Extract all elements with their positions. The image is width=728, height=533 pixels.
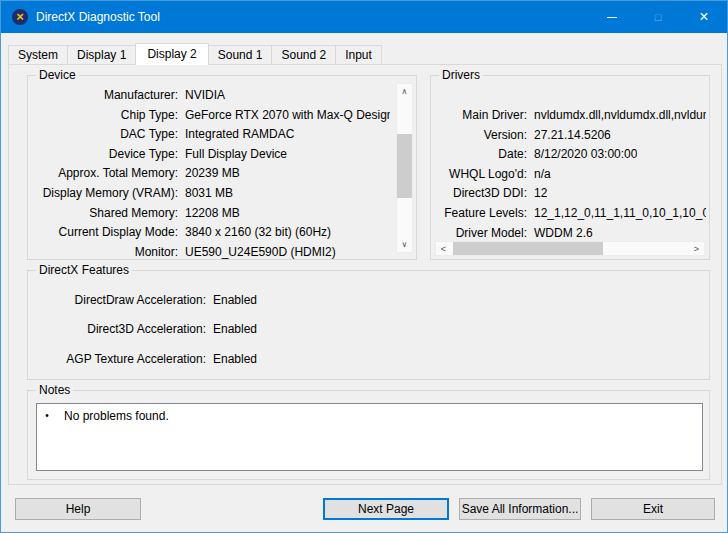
tab-sound-1[interactable]: Sound 1 <box>208 45 273 64</box>
drivers-info-list: Main Driver:nvldumdx.dll,nvldumdx.dll,nv… <box>433 108 706 245</box>
feature-row: AGP Texture Acceleration:Enabled <box>30 352 701 381</box>
dxdiag-app-icon: × <box>12 9 28 25</box>
next-page-button[interactable]: Next Page <box>323 498 449 520</box>
tab-display-1[interactable]: Display 1 <box>67 45 136 64</box>
tab-input[interactable]: Input <box>335 45 382 64</box>
drivers-horizontal-scrollbar[interactable]: < > <box>435 241 705 256</box>
maximize-button[interactable]: □ <box>635 1 681 33</box>
exit-button[interactable]: Exit <box>591 498 715 520</box>
scrollbar-track[interactable] <box>451 242 689 255</box>
close-icon: × <box>699 8 708 26</box>
device-row: Manufacturer:NVIDIA <box>30 88 390 108</box>
feature-row: DirectDraw Acceleration:Enabled <box>30 293 701 322</box>
device-row: Chip Type:GeForce RTX 2070 with Max-Q De… <box>30 108 390 128</box>
dxdiag-window: × DirectX Diagnostic Tool □ × System Dis… <box>0 0 728 533</box>
driver-row: Date:8/12/2020 03:00:00 <box>433 147 706 167</box>
scroll-down-icon[interactable]: ∨ <box>397 237 412 252</box>
driver-row: Version:27.21.14.5206 <box>433 128 706 148</box>
scrollbar-thumb[interactable] <box>453 242 603 255</box>
note-text: No problems found. <box>64 409 169 423</box>
device-row: Approx. Total Memory:20239 MB <box>30 166 390 186</box>
directx-features-group-title: DirectX Features <box>36 263 132 277</box>
device-group-title: Device <box>36 68 79 82</box>
device-row: Device Type:Full Display Device <box>30 147 390 167</box>
directx-features-group: DirectX Features DirectDraw Acceleration… <box>27 270 710 380</box>
save-all-information-button[interactable]: Save All Information... <box>459 498 581 520</box>
drivers-group: Drivers Main Driver:nvldumdx.dll,nvldumd… <box>430 75 710 260</box>
device-row: Display Memory (VRAM):8031 MB <box>30 186 390 206</box>
device-row: Current Display Mode:3840 x 2160 (32 bit… <box>30 225 390 245</box>
feature-row: Direct3D Acceleration:Enabled <box>30 322 701 351</box>
driver-row: Main Driver:nvldumdx.dll,nvldumdx.dll,nv… <box>433 108 706 128</box>
device-group: Device Manufacturer:NVIDIA Chip Type:GeF… <box>27 75 417 260</box>
tab-system[interactable]: System <box>8 45 68 64</box>
driver-row: Direct3D DDI:12 <box>433 186 706 206</box>
driver-row: WHQL Logo'd:n/a <box>433 167 706 187</box>
scroll-right-icon[interactable]: > <box>689 242 704 255</box>
tab-strip: System Display 1 Display 2 Sound 1 Sound… <box>8 43 381 64</box>
minimize-button[interactable] <box>589 1 635 33</box>
tab-display-2[interactable]: Display 2 <box>135 43 208 65</box>
device-row: Shared Memory:12208 MB <box>30 206 390 226</box>
maximize-icon: □ <box>655 11 662 23</box>
drivers-group-title: Drivers <box>439 68 483 82</box>
minimize-icon <box>607 17 617 18</box>
directx-features-list: DirectDraw Acceleration:Enabled Direct3D… <box>30 293 701 381</box>
device-row: Monitor:UE590_U24E590D (HDMI2) <box>30 245 390 265</box>
scroll-up-icon[interactable]: ∧ <box>397 84 412 99</box>
tab-sound-2[interactable]: Sound 2 <box>271 45 336 64</box>
window-title: DirectX Diagnostic Tool <box>36 10 160 24</box>
note-item: • No problems found. <box>37 404 702 423</box>
device-row: DAC Type:Integrated RAMDAC <box>30 127 390 147</box>
window-controls: □ × <box>589 1 727 33</box>
notes-text-area[interactable]: • No problems found. <box>36 403 703 471</box>
scrollbar-thumb[interactable] <box>397 134 412 199</box>
device-info-list: Manufacturer:NVIDIA Chip Type:GeForce RT… <box>30 88 390 264</box>
scrollbar-track[interactable] <box>397 99 412 237</box>
help-button[interactable]: Help <box>15 498 141 520</box>
display-2-tab-page: Device Manufacturer:NVIDIA Chip Type:GeF… <box>8 64 722 485</box>
close-button[interactable]: × <box>681 1 727 33</box>
title-bar: × DirectX Diagnostic Tool □ × <box>1 1 727 33</box>
driver-row: Feature Levels:12_1,12_0,11_1,11_0,10_1,… <box>433 206 706 226</box>
notes-group-title: Notes <box>36 383 73 397</box>
scroll-left-icon[interactable]: < <box>436 242 451 255</box>
device-vertical-scrollbar[interactable]: ∧ ∨ <box>396 83 413 253</box>
bullet-icon: • <box>37 409 57 423</box>
notes-group: Notes • No problems found. <box>27 390 710 480</box>
